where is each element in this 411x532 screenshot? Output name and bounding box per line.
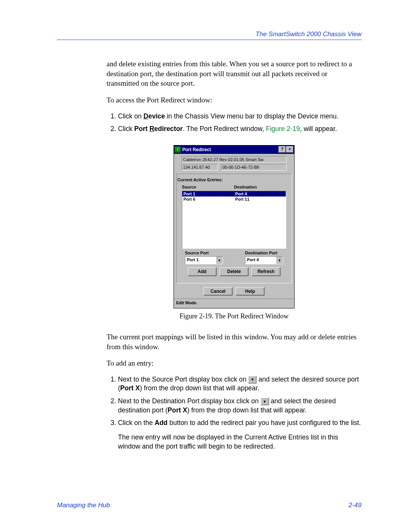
col-destination: Destination [234,184,286,190]
app-icon: i [175,147,181,153]
figure-caption: Figure 2-19. The Port Redirect Window [107,312,362,321]
dropdown-arrow-icon[interactable]: ▼ [216,257,223,264]
page-header-title: The SmartSwitch 2000 Chassis View [57,30,362,40]
footer-page-number: 2-49 [349,502,362,509]
destination-port-combo[interactable]: Port 4 ▼ [245,256,283,264]
body-content: and delete existing entries from this ta… [107,59,362,451]
destination-port-label: Destination Port [245,250,283,256]
add-entry-steps: Next to the Source Port display box clic… [107,375,362,451]
port-redirect-dialog: i Port Redirect ? × Cabletron 2E42-27 Re… [174,145,295,308]
source-port-label: Source Port [185,250,223,256]
footer-left: Managing the Hub [57,502,110,509]
ip-address-field: 134.141.67.40 [182,164,218,171]
dialog-title: Port Redirect [182,147,211,153]
device-name-field: Cabletron 2E42-27 Rev 02.01.05 Smart Sw [182,156,287,163]
document-page: The SmartSwitch 2000 Chassis View and de… [0,0,411,532]
dialog-titlebar[interactable]: i Port Redirect ? × [174,145,294,154]
intro-paragraph-1: and delete existing entries from this ta… [107,59,362,88]
dropdown-arrow-icon[interactable]: ▼ [248,376,256,383]
list-row[interactable]: Port 1 Port 4 [182,191,286,197]
refresh-button[interactable]: Refresh [252,267,280,276]
add-step-1: Next to the Source Port display box clic… [118,375,362,393]
after-paragraph-2: To add an entry: [107,358,362,368]
access-step-1: Click on Device in the Chassis View menu… [118,112,362,121]
cancel-button[interactable]: Cancel [204,287,233,296]
page-footer: Managing the Hub 2-49 [57,502,362,509]
add-step-2: Next to the Destination Port display box… [118,397,362,415]
delete-button[interactable]: Delete [220,267,249,276]
active-entries-group: Current Active Entries: Source Destinati… [176,174,292,283]
source-port-combo[interactable]: Port 1 ▼ [185,256,223,264]
status-bar: Edit Mode. [174,299,294,307]
after-paragraph-1: The current port mappings will be listed… [107,332,362,351]
figure-container: i Port Redirect ? × Cabletron 2E42-27 Re… [107,145,362,308]
dropdown-arrow-icon[interactable]: ▼ [261,398,269,405]
access-steps-list: Click on Device in the Chassis View menu… [107,112,362,134]
add-button[interactable]: Add [188,267,217,276]
figure-link[interactable]: Figure 2-19 [266,125,300,133]
add-step-3: Click on the Add button to add the redir… [118,419,362,451]
close-button[interactable]: × [286,146,293,153]
col-source: Source [182,184,234,190]
list-row[interactable]: Port 6 Port 11 [182,197,286,202]
help-button[interactable]: ? [279,146,286,153]
intro-paragraph-2: To access the Port Redirect window: [107,95,362,105]
group-label: Current Active Entries: [177,177,286,183]
dropdown-arrow-icon[interactable]: ▼ [276,257,283,264]
entries-listbox[interactable]: Port 1 Port 4 Port 6 Port 11 [182,191,286,249]
help-dialog-button[interactable]: Help [236,287,264,296]
access-step-2: Click Port Redirector. The Port Redirect… [118,125,362,134]
mac-address-field: 00-00-1D-4E-72-B8 [221,164,287,171]
